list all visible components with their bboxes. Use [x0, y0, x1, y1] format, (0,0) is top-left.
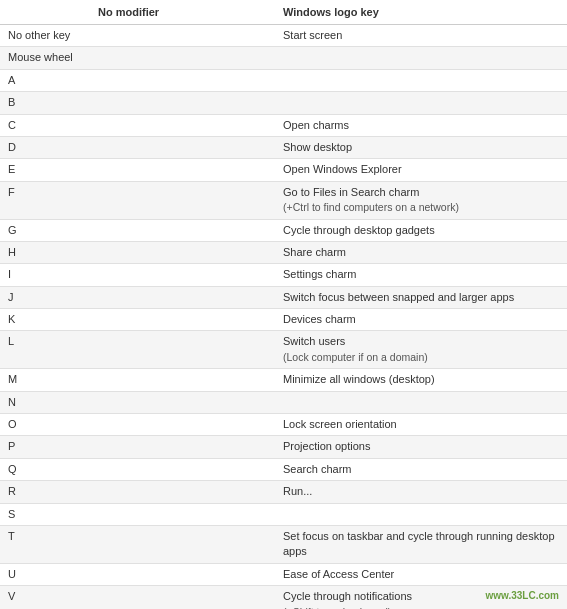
win-key-cell: Switch users(Lock computer if on a domai… — [275, 331, 567, 369]
win-key-cell — [275, 92, 567, 114]
no-modifier-cell — [90, 586, 275, 609]
table-row: N — [0, 391, 567, 413]
no-modifier-cell — [90, 92, 275, 114]
table-row: EOpen Windows Explorer — [0, 159, 567, 181]
no-modifier-cell — [90, 503, 275, 525]
table-row: Mouse wheel — [0, 47, 567, 69]
key-cell: Mouse wheel — [0, 47, 90, 69]
key-cell: H — [0, 241, 90, 263]
table-row: UEase of Access Center — [0, 563, 567, 585]
no-modifier-cell — [90, 264, 275, 286]
key-cell: R — [0, 481, 90, 503]
table-row: PProjection options — [0, 436, 567, 458]
key-cell: L — [0, 331, 90, 369]
table-row: RRun... — [0, 481, 567, 503]
table-row: HShare charm — [0, 241, 567, 263]
table-row: GCycle through desktop gadgets — [0, 219, 567, 241]
table-row: No other keyStart screen — [0, 25, 567, 47]
no-modifier-cell — [90, 563, 275, 585]
no-modifier-cell — [90, 181, 275, 219]
table-row: JSwitch focus between snapped and larger… — [0, 286, 567, 308]
table-row: DShow desktop — [0, 136, 567, 158]
win-key-cell: Start screen — [275, 25, 567, 47]
no-modifier-cell — [90, 369, 275, 391]
table-row: MMinimize all windows (desktop) — [0, 369, 567, 391]
win-key-cell: Projection options — [275, 436, 567, 458]
key-cell: B — [0, 92, 90, 114]
no-modifier-cell — [90, 241, 275, 263]
win-key-cell: Ease of Access Center — [275, 563, 567, 585]
win-key-cell: Go to Files in Search charm(+Ctrl to fin… — [275, 181, 567, 219]
no-modifier-cell — [90, 525, 275, 563]
key-cell: D — [0, 136, 90, 158]
win-key-cell: Show desktop — [275, 136, 567, 158]
win-key-cell: Settings charm — [275, 264, 567, 286]
key-cell: V — [0, 586, 90, 609]
table-row: COpen charms — [0, 114, 567, 136]
table-row: TSet focus on taskbar and cycle through … — [0, 525, 567, 563]
key-cell: J — [0, 286, 90, 308]
key-cell: P — [0, 436, 90, 458]
no-modifier-cell — [90, 414, 275, 436]
no-modifier-cell — [90, 219, 275, 241]
table-row: B — [0, 92, 567, 114]
table-row: A — [0, 69, 567, 91]
key-cell: C — [0, 114, 90, 136]
no-modifier-cell — [90, 136, 275, 158]
win-key-cell: Share charm — [275, 241, 567, 263]
win-key-cell: Switch focus between snapped and larger … — [275, 286, 567, 308]
key-cell: N — [0, 391, 90, 413]
watermark: www.33LC.com — [485, 590, 559, 601]
no-modifier-cell — [90, 391, 275, 413]
table-row: LSwitch users(Lock computer if on a doma… — [0, 331, 567, 369]
win-key-cell — [275, 503, 567, 525]
no-modifier-cell — [90, 436, 275, 458]
key-cell: E — [0, 159, 90, 181]
win-key-cell: Devices charm — [275, 309, 567, 331]
key-cell: Q — [0, 458, 90, 480]
table-row: ISettings charm — [0, 264, 567, 286]
no-modifier-cell — [90, 114, 275, 136]
win-key-cell: Open Windows Explorer — [275, 159, 567, 181]
win-key-cell: Run... — [275, 481, 567, 503]
table-row: OLock screen orientation — [0, 414, 567, 436]
no-modifier-cell — [90, 25, 275, 47]
no-modifier-cell — [90, 69, 275, 91]
win-key-cell: Cycle through desktop gadgets — [275, 219, 567, 241]
win-key-cell: Search charm — [275, 458, 567, 480]
win-key-cell — [275, 69, 567, 91]
key-cell: U — [0, 563, 90, 585]
key-cell: No other key — [0, 25, 90, 47]
header-key — [0, 0, 90, 25]
no-modifier-cell — [90, 458, 275, 480]
header-windows-logo-key: Windows logo key — [275, 0, 567, 25]
key-cell: S — [0, 503, 90, 525]
win-key-cell: Set focus on taskbar and cycle through r… — [275, 525, 567, 563]
key-cell: T — [0, 525, 90, 563]
key-cell: O — [0, 414, 90, 436]
win-key-cell: Open charms — [275, 114, 567, 136]
no-modifier-cell — [90, 159, 275, 181]
no-modifier-cell — [90, 309, 275, 331]
key-cell: I — [0, 264, 90, 286]
table-row: VCycle through notifications(+Shift to g… — [0, 586, 567, 609]
header-no-modifier: No modifier — [90, 0, 275, 25]
key-cell: G — [0, 219, 90, 241]
key-cell: M — [0, 369, 90, 391]
table-row: FGo to Files in Search charm(+Ctrl to fi… — [0, 181, 567, 219]
win-key-cell: Minimize all windows (desktop) — [275, 369, 567, 391]
win-key-cell — [275, 391, 567, 413]
key-cell: A — [0, 69, 90, 91]
keyboard-shortcuts-table: No modifier Windows logo key No other ke… — [0, 0, 567, 609]
key-cell: F — [0, 181, 90, 219]
key-cell: K — [0, 309, 90, 331]
no-modifier-cell — [90, 47, 275, 69]
table-row: QSearch charm — [0, 458, 567, 480]
no-modifier-cell — [90, 331, 275, 369]
no-modifier-cell — [90, 286, 275, 308]
no-modifier-cell — [90, 481, 275, 503]
table-row: S — [0, 503, 567, 525]
win-key-cell — [275, 47, 567, 69]
win-key-cell: Lock screen orientation — [275, 414, 567, 436]
table-row: KDevices charm — [0, 309, 567, 331]
